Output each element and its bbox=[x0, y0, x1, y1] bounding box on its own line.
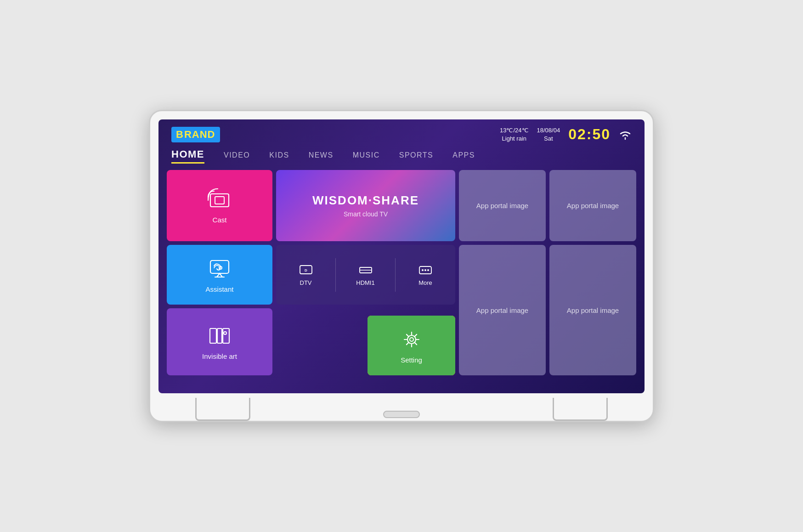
nav-home[interactable]: HOME bbox=[171, 147, 204, 164]
assistant-icon bbox=[208, 257, 232, 281]
portal-label-1: App portal image bbox=[476, 202, 528, 209]
portal-label-3: App portal image bbox=[476, 306, 528, 314]
nav-apps[interactable]: APPS bbox=[452, 149, 475, 161]
wisdom-subtitle: Smart cloud TV bbox=[344, 210, 388, 218]
nav-bar: HOME VIDEO KIDS NEWS MUSIC SPORTS APPS bbox=[158, 147, 645, 170]
date-info: 18/08/04 Sat bbox=[537, 126, 560, 143]
svg-point-14 bbox=[424, 269, 426, 271]
portal-tile-3[interactable]: App portal image bbox=[459, 245, 546, 375]
more-icon bbox=[418, 264, 432, 277]
nav-news[interactable]: NEWS bbox=[309, 149, 334, 161]
tv-frame: BRAND 13℃/24℃ Light rain 18/08/04 Sat 02… bbox=[149, 110, 654, 422]
setting-tile[interactable]: Setting bbox=[368, 316, 455, 375]
dtv-label: DTV bbox=[300, 279, 312, 286]
header: BRAND 13℃/24℃ Light rain 18/08/04 Sat 02… bbox=[158, 119, 645, 147]
svg-rect-4 bbox=[210, 328, 216, 343]
assistant-label: Assistant bbox=[206, 285, 234, 293]
tv-stand bbox=[158, 393, 645, 421]
svg-point-7 bbox=[224, 332, 226, 334]
date: 18/08/04 bbox=[537, 126, 560, 135]
cast-label: Cast bbox=[213, 216, 227, 224]
more-label: More bbox=[418, 279, 432, 286]
svg-point-15 bbox=[427, 269, 429, 271]
svg-point-21 bbox=[410, 338, 413, 341]
stand-left bbox=[195, 398, 250, 421]
weather-temp: 13℃/24℃ bbox=[500, 126, 529, 135]
header-right: 13℃/24℃ Light rain 18/08/04 Sat 02:50 bbox=[500, 126, 632, 143]
tv-screen: BRAND 13℃/24℃ Light rain 18/08/04 Sat 02… bbox=[158, 119, 645, 393]
nav-video[interactable]: VIDEO bbox=[224, 149, 250, 161]
apps-setting-row: My APPS Setting bbox=[276, 308, 455, 375]
svg-rect-5 bbox=[217, 328, 222, 343]
portal-tile-1[interactable]: App portal image bbox=[459, 170, 546, 241]
brand-letter: B bbox=[176, 129, 184, 140]
hdmi1-label: HDMI1 bbox=[356, 279, 374, 286]
svg-text:D: D bbox=[305, 268, 307, 272]
portal-tile-2[interactable]: App portal image bbox=[549, 170, 636, 241]
setting-icon bbox=[400, 328, 424, 351]
dtv-icon: D bbox=[299, 264, 313, 277]
wifi-icon bbox=[619, 129, 632, 140]
brand-logo: BRAND bbox=[171, 127, 220, 142]
assistant-tile[interactable]: Assistant bbox=[167, 245, 272, 305]
nav-sports[interactable]: SPORTS bbox=[399, 149, 434, 161]
weather-desc: Light rain bbox=[500, 135, 529, 143]
cast-tile[interactable]: Cast bbox=[167, 170, 272, 241]
nav-kids[interactable]: KIDS bbox=[269, 149, 289, 161]
nav-music[interactable]: MUSIC bbox=[353, 149, 380, 161]
hdmi1-input[interactable]: HDMI1 bbox=[336, 258, 396, 292]
svg-rect-0 bbox=[210, 194, 229, 207]
invisible-art-label: Invisible art bbox=[202, 352, 237, 360]
clock-display: 02:50 bbox=[568, 126, 611, 143]
stand-right bbox=[553, 398, 608, 421]
portal-label-2: App portal image bbox=[567, 202, 619, 209]
invisible-art-icon bbox=[208, 324, 232, 348]
inputs-tile: D DTV HDMI1 bbox=[276, 245, 455, 305]
stand-bar bbox=[383, 411, 420, 418]
wisdom-banner[interactable]: WISDOM·SHARE Smart cloud TV bbox=[276, 170, 455, 241]
more-input[interactable]: More bbox=[396, 258, 455, 292]
cast-icon bbox=[208, 187, 232, 211]
invisible-art-tile[interactable]: Invisible art bbox=[167, 308, 272, 375]
main-grid: Cast Assistant bbox=[158, 170, 645, 384]
svg-rect-1 bbox=[215, 197, 224, 204]
svg-point-13 bbox=[422, 269, 424, 271]
wisdom-title: WISDOM·SHARE bbox=[312, 193, 419, 208]
hdmi1-icon bbox=[359, 264, 373, 277]
dtv-input[interactable]: D DTV bbox=[276, 258, 336, 292]
weather-info: 13℃/24℃ Light rain bbox=[500, 126, 529, 143]
portal-tile-4[interactable]: App portal image bbox=[549, 245, 636, 375]
setting-label: Setting bbox=[401, 356, 422, 364]
day: Sat bbox=[537, 135, 560, 143]
brand-name: RAND bbox=[184, 129, 215, 140]
portal-label-4: App portal image bbox=[567, 306, 619, 314]
svg-rect-6 bbox=[223, 328, 229, 343]
